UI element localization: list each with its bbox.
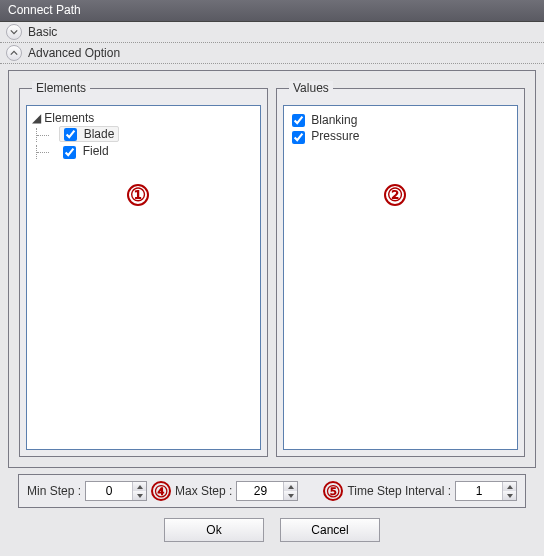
- value-label-blanking: Blanking: [311, 113, 357, 127]
- max-step-down[interactable]: [284, 491, 297, 500]
- dialog-body: Basic Advanced Option Elements ◢ Element…: [0, 22, 544, 556]
- values-legend: Values: [289, 81, 333, 95]
- annotation-2: ②: [384, 184, 406, 206]
- ok-button[interactable]: Ok: [164, 518, 264, 542]
- max-step-input[interactable]: [237, 482, 283, 500]
- annotation-1: ①: [127, 184, 149, 206]
- tree-item-field[interactable]: Field: [31, 143, 256, 160]
- chevron-up-icon[interactable]: [6, 45, 22, 61]
- min-step-input[interactable]: [86, 482, 132, 500]
- value-item-blanking[interactable]: Blanking: [292, 112, 509, 128]
- window-titlebar: Connect Path: [0, 0, 544, 22]
- options-frame: Elements ◢ Elements Blade: [8, 70, 536, 468]
- elements-tree-panel[interactable]: ◢ Elements Blade: [26, 105, 261, 450]
- section-basic-label: Basic: [28, 25, 57, 39]
- max-step-label: Max Step :: [175, 484, 232, 498]
- values-groupbox: Values Blanking Pressure ②: [276, 81, 525, 457]
- value-item-pressure[interactable]: Pressure: [292, 128, 509, 144]
- tree-caret-icon[interactable]: ◢: [31, 111, 41, 125]
- checkbox-blanking[interactable]: [292, 114, 305, 127]
- min-step-label: Min Step :: [27, 484, 81, 498]
- tree-item-blade[interactable]: Blade: [31, 125, 256, 143]
- section-advanced[interactable]: Advanced Option: [0, 43, 544, 64]
- annotation-4: ④: [151, 481, 171, 501]
- elements-legend: Elements: [32, 81, 90, 95]
- interval-input[interactable]: [456, 482, 502, 500]
- tree-root-label[interactable]: Elements: [44, 111, 94, 125]
- checkbox-blade[interactable]: [64, 128, 77, 141]
- section-advanced-label: Advanced Option: [28, 46, 120, 60]
- section-basic[interactable]: Basic: [0, 22, 544, 43]
- values-panel[interactable]: Blanking Pressure ②: [283, 105, 518, 450]
- min-step-up[interactable]: [133, 482, 146, 491]
- interval-label: Time Step Interval :: [347, 484, 451, 498]
- tree-label-field: Field: [83, 144, 109, 158]
- cancel-button[interactable]: Cancel: [280, 518, 380, 542]
- window-title: Connect Path: [8, 3, 81, 17]
- max-step-spinner[interactable]: [236, 481, 298, 501]
- checkbox-pressure[interactable]: [292, 131, 305, 144]
- chevron-down-icon[interactable]: [6, 24, 22, 40]
- elements-groupbox: Elements ◢ Elements Blade: [19, 81, 268, 457]
- interval-down[interactable]: [503, 491, 516, 500]
- dialog-buttons: Ok Cancel: [0, 508, 544, 552]
- value-label-pressure: Pressure: [311, 129, 359, 143]
- checkbox-field[interactable]: [63, 146, 76, 159]
- annotation-5: ⑤: [323, 481, 343, 501]
- max-step-up[interactable]: [284, 482, 297, 491]
- min-step-down[interactable]: [133, 491, 146, 500]
- min-step-spinner[interactable]: [85, 481, 147, 501]
- tree-label-blade: Blade: [84, 127, 115, 141]
- steps-row: Min Step : ④ Max Step : ⑤ Time Step Inte…: [18, 474, 526, 508]
- interval-up[interactable]: [503, 482, 516, 491]
- interval-spinner[interactable]: [455, 481, 517, 501]
